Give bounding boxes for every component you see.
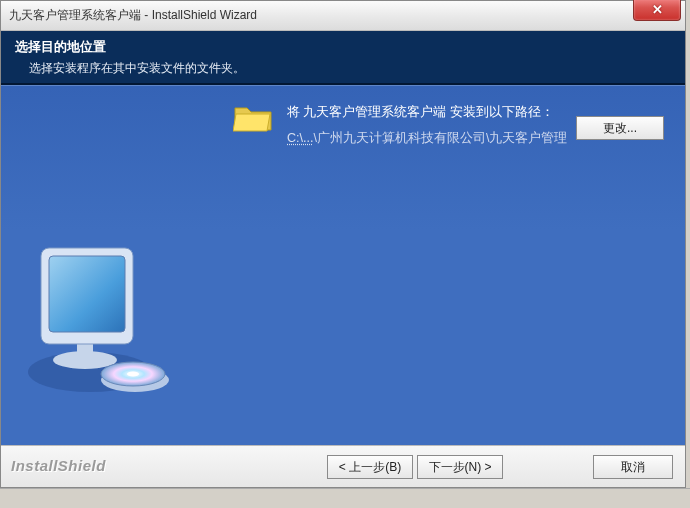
close-button[interactable]: ✕ xyxy=(633,0,681,21)
close-icon: ✕ xyxy=(652,2,663,17)
install-description: 将 九天客户管理系统客户端 安装到以下路径： xyxy=(287,104,554,121)
back-button[interactable]: < 上一步(B) xyxy=(327,455,413,479)
cancel-button[interactable]: 取消 xyxy=(593,455,673,479)
body-area: 将 九天客户管理系统客户端 安装到以下路径： C:\...\广州九天计算机科技有… xyxy=(1,85,685,445)
svg-point-7 xyxy=(127,372,139,377)
footer-bar: InstallShield < 上一步(B) 下一步(N) > 取消 xyxy=(1,445,685,487)
change-path-button[interactable]: 更改... xyxy=(576,116,664,140)
path-rest: \广州九天计算机科技有限公司\九天客户管理 xyxy=(313,131,567,145)
computer-illustration xyxy=(25,242,175,402)
window-title: 九天客户管理系统客户端 - InstallShield Wizard xyxy=(9,7,257,24)
install-path: C:\...\广州九天计算机科技有限公司\九天客户管理 xyxy=(287,130,567,147)
step-header: 选择目的地位置 选择安装程序在其中安装文件的文件夹。 xyxy=(1,31,685,85)
svg-rect-2 xyxy=(77,342,93,360)
installshield-brand: InstallShield xyxy=(11,457,106,474)
next-button[interactable]: 下一步(N) > xyxy=(417,455,503,479)
title-bar: 九天客户管理系统客户端 - InstallShield Wizard ✕ xyxy=(1,1,685,31)
installer-window: 九天客户管理系统客户端 - InstallShield Wizard ✕ 选择目… xyxy=(0,0,686,488)
svg-rect-4 xyxy=(49,256,125,332)
step-subheading: 选择安装程序在其中安装文件的文件夹。 xyxy=(15,60,671,77)
bottom-spacer xyxy=(0,488,690,508)
folder-icon xyxy=(233,102,273,134)
step-heading: 选择目的地位置 xyxy=(15,38,671,56)
path-prefix: C:\... xyxy=(287,131,313,145)
